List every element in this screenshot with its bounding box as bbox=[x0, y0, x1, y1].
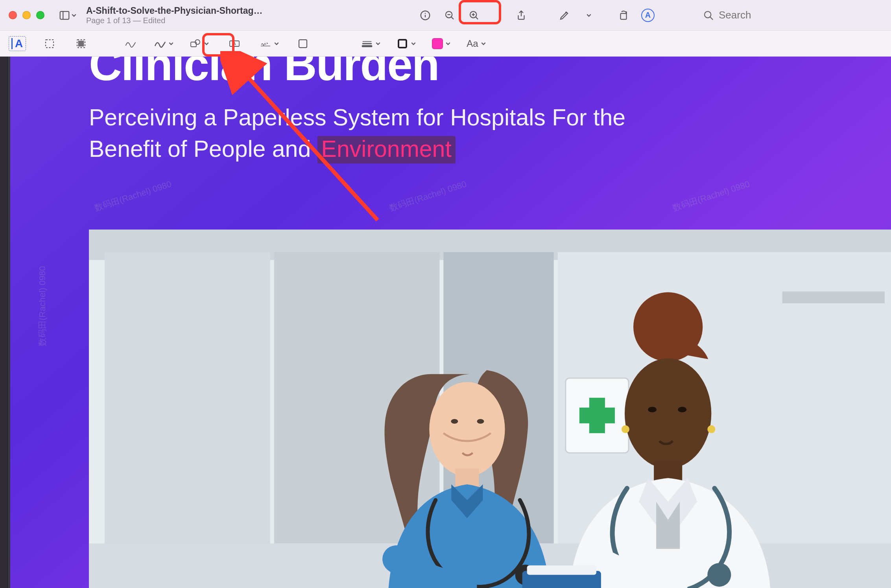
svg-point-41 bbox=[429, 382, 505, 476]
svg-point-47 bbox=[625, 358, 711, 469]
textbox-tool[interactable]: A bbox=[223, 35, 246, 52]
shapes-icon bbox=[190, 38, 201, 50]
sign-tool[interactable] bbox=[257, 35, 282, 52]
page-subheadline: Perceiving a Paperless System for Hospit… bbox=[89, 102, 703, 165]
page-hero-image bbox=[89, 230, 891, 588]
markup-menu-button[interactable] bbox=[584, 7, 593, 24]
document-page: Clinician Burden Perceiving a Paperless … bbox=[10, 57, 891, 588]
chevron-down-icon bbox=[586, 13, 592, 18]
textbox-icon: A bbox=[229, 38, 240, 50]
chevron-down-icon bbox=[274, 41, 279, 46]
svg-text:A: A bbox=[233, 41, 236, 46]
share-button[interactable] bbox=[513, 7, 530, 24]
share-icon bbox=[515, 9, 527, 21]
svg-rect-17 bbox=[79, 41, 84, 46]
appearance-button[interactable]: A bbox=[639, 7, 657, 24]
line-style-icon bbox=[361, 38, 373, 50]
watermark: 数码田(Rachel) 0980 bbox=[671, 178, 751, 214]
note-icon bbox=[297, 38, 309, 50]
document-subtitle: Page 1 of 13 — Edited bbox=[86, 16, 263, 25]
svg-point-43 bbox=[477, 419, 484, 424]
chevron-down-icon bbox=[168, 41, 174, 46]
search-icon bbox=[702, 7, 715, 24]
font-menu[interactable]: Aa bbox=[464, 35, 488, 52]
sidebar-toggle-button[interactable] bbox=[59, 7, 77, 24]
svg-point-13 bbox=[705, 11, 711, 18]
svg-point-53 bbox=[707, 563, 731, 587]
shapes-tool[interactable] bbox=[187, 35, 212, 52]
svg-rect-15 bbox=[46, 40, 53, 48]
fill-color-menu[interactable] bbox=[430, 35, 453, 52]
svg-rect-0 bbox=[60, 11, 69, 19]
svg-rect-55 bbox=[527, 566, 596, 575]
rotate-icon bbox=[618, 9, 629, 21]
svg-line-9 bbox=[476, 17, 478, 19]
border-color-icon bbox=[397, 38, 408, 50]
full-selection-tool[interactable] bbox=[71, 35, 91, 52]
svg-point-48 bbox=[648, 407, 657, 412]
chevron-down-icon bbox=[481, 41, 486, 46]
svg-rect-23 bbox=[299, 40, 307, 48]
svg-rect-32 bbox=[105, 252, 270, 551]
chevron-down-icon bbox=[375, 41, 381, 46]
chevron-down-icon bbox=[204, 41, 209, 46]
note-tool[interactable] bbox=[293, 35, 313, 52]
window-close-button[interactable] bbox=[9, 11, 17, 19]
text-selection-tool[interactable]: A bbox=[6, 35, 28, 52]
subheadline-highlight: Environment bbox=[317, 136, 456, 164]
watermark: 数码田(Rachel) 0980 bbox=[93, 178, 173, 214]
sketch-tool[interactable] bbox=[120, 35, 141, 52]
svg-point-4 bbox=[425, 13, 426, 14]
selection-full-icon bbox=[75, 38, 87, 50]
sign-icon bbox=[260, 38, 271, 50]
sidebar-icon bbox=[59, 9, 70, 21]
document-viewport[interactable]: Clinician Burden Perceiving a Paperless … bbox=[0, 57, 891, 588]
window-minimize-button[interactable] bbox=[22, 11, 31, 19]
svg-line-6 bbox=[451, 17, 454, 19]
traffic-lights bbox=[9, 11, 44, 19]
thumbnail-strip[interactable] bbox=[0, 57, 8, 588]
info-icon bbox=[419, 9, 431, 21]
watermark: 数码田(Rachel) 0980 bbox=[37, 266, 48, 346]
watermark: 数码田(Rachel) 0980 bbox=[388, 178, 468, 214]
svg-point-42 bbox=[451, 419, 458, 424]
markup-button[interactable] bbox=[552, 7, 577, 24]
fill-color-swatch bbox=[432, 38, 443, 49]
text-selection-letter: A bbox=[15, 37, 23, 50]
titlebar: A-Shift-to-Solve-the-Physician-Shortag… … bbox=[0, 0, 891, 31]
appearance-icon: A bbox=[641, 9, 655, 22]
text-selection-icon: A bbox=[9, 36, 26, 51]
svg-rect-36 bbox=[782, 292, 885, 303]
search-wrap bbox=[664, 7, 884, 24]
page-headline: Clinician Burden bbox=[89, 57, 891, 87]
markup-toolbar: A A bbox=[0, 31, 891, 57]
draw-tool[interactable] bbox=[152, 35, 176, 52]
info-button[interactable] bbox=[417, 7, 434, 24]
appearance-letter: A bbox=[645, 11, 651, 20]
border-color-menu[interactable] bbox=[394, 35, 419, 52]
line-style-menu[interactable] bbox=[359, 35, 383, 52]
chevron-down-icon bbox=[445, 41, 451, 46]
document-title-block: A-Shift-to-Solve-the-Physician-Shortag… … bbox=[86, 6, 263, 25]
sketch-icon bbox=[125, 38, 137, 50]
search-input[interactable] bbox=[719, 9, 884, 21]
draw-icon bbox=[154, 38, 166, 50]
zoom-in-button[interactable] bbox=[465, 7, 483, 24]
rect-selection-tool[interactable] bbox=[39, 35, 60, 52]
rotate-button[interactable] bbox=[615, 7, 632, 24]
window-fullscreen-button[interactable] bbox=[36, 11, 44, 19]
svg-rect-39 bbox=[579, 408, 615, 423]
svg-rect-27 bbox=[398, 40, 406, 48]
zoom-out-icon bbox=[444, 9, 456, 21]
zoom-out-button[interactable] bbox=[441, 7, 458, 24]
svg-point-50 bbox=[622, 425, 629, 433]
font-icon: Aa bbox=[467, 38, 478, 49]
svg-rect-12 bbox=[621, 13, 627, 19]
selection-rect-icon bbox=[44, 38, 55, 50]
chevron-down-icon bbox=[411, 41, 416, 46]
svg-point-51 bbox=[707, 425, 715, 433]
document-title: A-Shift-to-Solve-the-Physician-Shortag… bbox=[86, 6, 263, 16]
zoom-in-icon bbox=[468, 9, 480, 21]
pencil-icon bbox=[559, 9, 570, 21]
svg-point-49 bbox=[678, 407, 686, 412]
